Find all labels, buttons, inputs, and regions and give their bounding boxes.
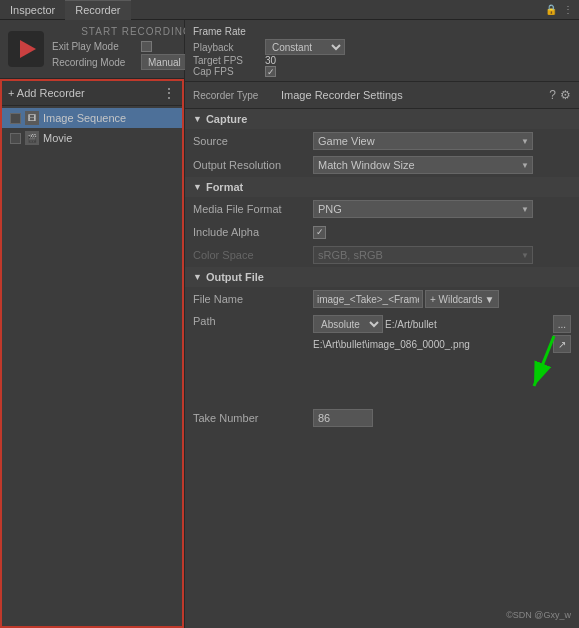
movie-icon: 🎬	[25, 131, 39, 145]
playback-label: Playback	[193, 42, 261, 53]
green-arrow-area	[185, 356, 579, 406]
capture-section-title: Capture	[206, 113, 248, 125]
recorder-item-checkbox-movie[interactable]	[10, 133, 21, 144]
recorder-item-label-movie: Movie	[43, 132, 72, 144]
recorder-item-movie[interactable]: 🎬 Movie	[2, 128, 182, 148]
cap-fps-checkbox[interactable]: ✓	[265, 66, 276, 77]
recorder-item-label: Image Sequence	[43, 112, 126, 124]
recorder-items: 🎞 Image Sequence 🎬 Movie	[2, 106, 182, 626]
source-label: Source	[193, 135, 313, 147]
capture-section-header[interactable]: ▼ Capture	[185, 109, 579, 129]
output-resolution-label: Output Resolution	[193, 159, 313, 171]
target-fps-label: Target FPS	[193, 55, 261, 66]
main-layout: START RECORDING Exit Play Mode Recording…	[0, 20, 579, 628]
include-alpha-checkbox[interactable]: ✓	[313, 226, 326, 239]
wildcards-arrow-icon: ▼	[485, 294, 495, 305]
recorder-item-checkbox[interactable]	[10, 113, 21, 124]
format-section-title: Format	[206, 181, 243, 193]
media-file-format-row: Media File Format PNG JPEG EXR ▼	[185, 197, 579, 221]
frame-rate-area: Frame Rate Playback Constant Variable Ta…	[185, 20, 579, 82]
source-select-wrapper: Game View Scene View Targeted Camera ▼	[313, 132, 533, 150]
format-section-header[interactable]: ▼ Format	[185, 177, 579, 197]
recorder-type-value: Image Recorder Settings	[281, 89, 541, 101]
green-arrow-svg	[494, 326, 574, 406]
cap-fps-label: Cap FPS	[193, 66, 261, 77]
recording-header: START RECORDING Exit Play Mode Recording…	[0, 20, 184, 78]
recorder-menu-button[interactable]: ⋮	[162, 85, 176, 101]
watermark: ©SDN @Gxy_w	[506, 610, 571, 620]
recorder-type-label: Recorder Type	[193, 90, 273, 101]
tab-recorder[interactable]: Recorder	[65, 0, 130, 20]
output-file-section-title: Output File	[206, 271, 264, 283]
media-file-format-select-wrapper: PNG JPEG EXR ▼	[313, 200, 533, 218]
exit-play-mode-checkbox[interactable]	[141, 41, 152, 52]
start-recording-button[interactable]	[8, 31, 44, 67]
play-icon	[20, 40, 36, 58]
recorder-list-header: + Add Recorder ⋮	[2, 81, 182, 106]
media-file-format-label: Media File Format	[193, 203, 313, 215]
output-file-section-header[interactable]: ▼ Output File	[185, 267, 579, 287]
path-label: Path	[193, 315, 313, 327]
recorder-type-row: Recorder Type Image Recorder Settings ? …	[185, 82, 579, 109]
file-name-row: File Name + Wildcards ▼	[185, 287, 579, 311]
recording-mode-label: Recording Mode	[52, 57, 137, 68]
take-number-row: Take Number	[185, 406, 579, 430]
checkmark-icon: ✓	[267, 67, 275, 77]
include-alpha-label: Include Alpha	[193, 226, 313, 238]
path-type-select[interactable]: Absolute Relative	[313, 315, 383, 333]
recorder-type-icons: ? ⚙	[549, 88, 571, 102]
cap-fps-row: Cap FPS ✓	[193, 66, 571, 77]
right-panel: Frame Rate Playback Constant Variable Ta…	[185, 20, 579, 628]
media-file-format-select[interactable]: PNG JPEG EXR	[313, 200, 533, 218]
settings-icon[interactable]: ⚙	[560, 88, 571, 102]
file-name-label: File Name	[193, 293, 313, 305]
frame-rate-title: Frame Rate	[193, 26, 571, 37]
source-row: Source Game View Scene View Targeted Cam…	[185, 129, 579, 153]
capture-arrow-icon: ▼	[193, 114, 202, 124]
target-fps-row: Target FPS 30	[193, 55, 571, 66]
output-file-arrow-icon: ▼	[193, 272, 202, 282]
take-number-input[interactable]	[313, 409, 373, 427]
color-space-row: Color Space sRGB, sRGB ▼	[185, 243, 579, 267]
frame-rate-section: Frame Rate Playback Constant Variable Ta…	[193, 26, 571, 77]
file-name-input[interactable]	[313, 290, 423, 308]
color-space-select-wrapper: sRGB, sRGB ▼	[313, 246, 533, 264]
output-resolution-row: Output Resolution Match Window Size Cust…	[185, 153, 579, 177]
color-space-select[interactable]: sRGB, sRGB	[313, 246, 533, 264]
lock-icon[interactable]: 🔒	[545, 4, 557, 15]
image-sequence-icon: 🎞	[25, 111, 39, 125]
add-recorder-button[interactable]: + Add Recorder	[8, 87, 162, 99]
color-space-label: Color Space	[193, 249, 313, 261]
source-select[interactable]: Game View Scene View Targeted Camera	[313, 132, 533, 150]
playback-row: Playback Constant Variable	[193, 39, 571, 55]
playback-select[interactable]: Constant Variable	[265, 39, 345, 55]
exit-play-mode-label: Exit Play Mode	[52, 41, 137, 52]
include-alpha-checkmark: ✓	[316, 227, 324, 237]
wildcards-button[interactable]: + Wildcards ▼	[425, 290, 499, 308]
take-number-label: Take Number	[193, 412, 313, 424]
filename-row: + Wildcards ▼	[313, 290, 571, 308]
help-icon[interactable]: ?	[549, 88, 556, 102]
left-panel: START RECORDING Exit Play Mode Recording…	[0, 20, 185, 628]
tab-inspector[interactable]: Inspector	[0, 0, 65, 20]
target-fps-value: 30	[265, 55, 276, 66]
tab-icons: 🔒 ⋮	[545, 4, 579, 15]
recorder-item-image-sequence[interactable]: 🎞 Image Sequence	[2, 108, 182, 128]
format-arrow-icon: ▼	[193, 182, 202, 192]
tab-bar: Inspector Recorder 🔒 ⋮	[0, 0, 579, 20]
output-resolution-select-wrapper: Match Window Size Custom ▼	[313, 156, 533, 174]
more-icon[interactable]: ⋮	[563, 4, 573, 15]
include-alpha-row: Include Alpha ✓	[185, 221, 579, 243]
recorder-list-area: + Add Recorder ⋮ 🎞 Image Sequence 🎬 Movi…	[0, 79, 184, 628]
output-resolution-select[interactable]: Match Window Size Custom	[313, 156, 533, 174]
